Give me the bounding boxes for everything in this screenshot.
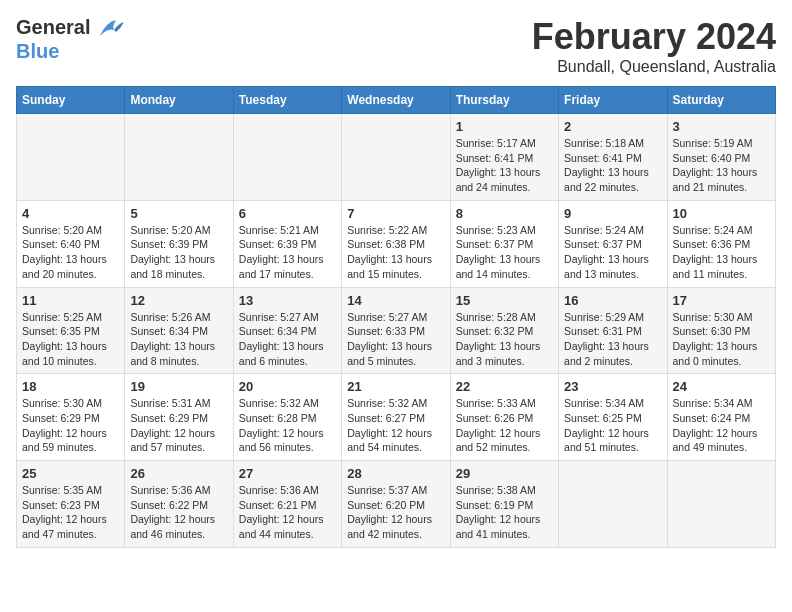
logo-bird-icon — [96, 18, 124, 40]
day-info: Sunrise: 5:29 AMSunset: 6:31 PMDaylight:… — [564, 310, 661, 369]
table-row: 28Sunrise: 5:37 AMSunset: 6:20 PMDayligh… — [342, 461, 450, 548]
day-info: Sunrise: 5:22 AMSunset: 6:38 PMDaylight:… — [347, 223, 444, 282]
day-info: Sunrise: 5:34 AMSunset: 6:25 PMDaylight:… — [564, 396, 661, 455]
logo-text: General — [16, 16, 124, 40]
table-row: 24Sunrise: 5:34 AMSunset: 6:24 PMDayligh… — [667, 374, 775, 461]
logo: General Blue — [16, 16, 124, 62]
calendar-week-row: 18Sunrise: 5:30 AMSunset: 6:29 PMDayligh… — [17, 374, 776, 461]
day-number: 7 — [347, 206, 444, 221]
header-monday: Monday — [125, 87, 233, 114]
day-info: Sunrise: 5:28 AMSunset: 6:32 PMDaylight:… — [456, 310, 553, 369]
table-row: 14Sunrise: 5:27 AMSunset: 6:33 PMDayligh… — [342, 287, 450, 374]
table-row: 6Sunrise: 5:21 AMSunset: 6:39 PMDaylight… — [233, 200, 341, 287]
table-row — [233, 114, 341, 201]
day-info: Sunrise: 5:20 AMSunset: 6:39 PMDaylight:… — [130, 223, 227, 282]
day-number: 16 — [564, 293, 661, 308]
table-row — [559, 461, 667, 548]
day-info: Sunrise: 5:30 AMSunset: 6:30 PMDaylight:… — [673, 310, 770, 369]
day-info: Sunrise: 5:34 AMSunset: 6:24 PMDaylight:… — [673, 396, 770, 455]
day-info: Sunrise: 5:32 AMSunset: 6:27 PMDaylight:… — [347, 396, 444, 455]
day-info: Sunrise: 5:38 AMSunset: 6:19 PMDaylight:… — [456, 483, 553, 542]
day-number: 6 — [239, 206, 336, 221]
table-row: 5Sunrise: 5:20 AMSunset: 6:39 PMDaylight… — [125, 200, 233, 287]
table-row — [17, 114, 125, 201]
table-row: 11Sunrise: 5:25 AMSunset: 6:35 PMDayligh… — [17, 287, 125, 374]
day-info: Sunrise: 5:32 AMSunset: 6:28 PMDaylight:… — [239, 396, 336, 455]
day-number: 14 — [347, 293, 444, 308]
table-row: 1Sunrise: 5:17 AMSunset: 6:41 PMDaylight… — [450, 114, 558, 201]
day-number: 27 — [239, 466, 336, 481]
table-row: 10Sunrise: 5:24 AMSunset: 6:36 PMDayligh… — [667, 200, 775, 287]
day-info: Sunrise: 5:24 AMSunset: 6:37 PMDaylight:… — [564, 223, 661, 282]
day-number: 2 — [564, 119, 661, 134]
table-row: 20Sunrise: 5:32 AMSunset: 6:28 PMDayligh… — [233, 374, 341, 461]
day-number: 22 — [456, 379, 553, 394]
day-number: 18 — [22, 379, 119, 394]
day-number: 12 — [130, 293, 227, 308]
table-row: 7Sunrise: 5:22 AMSunset: 6:38 PMDaylight… — [342, 200, 450, 287]
day-number: 29 — [456, 466, 553, 481]
table-row — [342, 114, 450, 201]
title-area: February 2024 Bundall, Queensland, Austr… — [532, 16, 776, 76]
table-row — [667, 461, 775, 548]
header: General Blue February 2024 Bundall, Quee… — [16, 16, 776, 76]
calendar-week-row: 11Sunrise: 5:25 AMSunset: 6:35 PMDayligh… — [17, 287, 776, 374]
day-number: 9 — [564, 206, 661, 221]
day-info: Sunrise: 5:24 AMSunset: 6:36 PMDaylight:… — [673, 223, 770, 282]
day-number: 11 — [22, 293, 119, 308]
day-number: 10 — [673, 206, 770, 221]
day-info: Sunrise: 5:26 AMSunset: 6:34 PMDaylight:… — [130, 310, 227, 369]
table-row: 8Sunrise: 5:23 AMSunset: 6:37 PMDaylight… — [450, 200, 558, 287]
header-friday: Friday — [559, 87, 667, 114]
day-number: 3 — [673, 119, 770, 134]
day-number: 17 — [673, 293, 770, 308]
calendar-week-row: 25Sunrise: 5:35 AMSunset: 6:23 PMDayligh… — [17, 461, 776, 548]
table-row: 23Sunrise: 5:34 AMSunset: 6:25 PMDayligh… — [559, 374, 667, 461]
day-number: 4 — [22, 206, 119, 221]
calendar-table: Sunday Monday Tuesday Wednesday Thursday… — [16, 86, 776, 548]
day-number: 20 — [239, 379, 336, 394]
calendar-title: February 2024 — [532, 16, 776, 58]
header-thursday: Thursday — [450, 87, 558, 114]
day-info: Sunrise: 5:19 AMSunset: 6:40 PMDaylight:… — [673, 136, 770, 195]
table-row: 18Sunrise: 5:30 AMSunset: 6:29 PMDayligh… — [17, 374, 125, 461]
table-row: 17Sunrise: 5:30 AMSunset: 6:30 PMDayligh… — [667, 287, 775, 374]
day-info: Sunrise: 5:37 AMSunset: 6:20 PMDaylight:… — [347, 483, 444, 542]
table-row: 4Sunrise: 5:20 AMSunset: 6:40 PMDaylight… — [17, 200, 125, 287]
day-number: 8 — [456, 206, 553, 221]
table-row: 22Sunrise: 5:33 AMSunset: 6:26 PMDayligh… — [450, 374, 558, 461]
table-row: 16Sunrise: 5:29 AMSunset: 6:31 PMDayligh… — [559, 287, 667, 374]
table-row: 25Sunrise: 5:35 AMSunset: 6:23 PMDayligh… — [17, 461, 125, 548]
calendar-week-row: 1Sunrise: 5:17 AMSunset: 6:41 PMDaylight… — [17, 114, 776, 201]
day-info: Sunrise: 5:27 AMSunset: 6:33 PMDaylight:… — [347, 310, 444, 369]
day-info: Sunrise: 5:36 AMSunset: 6:22 PMDaylight:… — [130, 483, 227, 542]
calendar-header-row: Sunday Monday Tuesday Wednesday Thursday… — [17, 87, 776, 114]
day-info: Sunrise: 5:33 AMSunset: 6:26 PMDaylight:… — [456, 396, 553, 455]
day-info: Sunrise: 5:20 AMSunset: 6:40 PMDaylight:… — [22, 223, 119, 282]
header-sunday: Sunday — [17, 87, 125, 114]
day-number: 21 — [347, 379, 444, 394]
day-info: Sunrise: 5:23 AMSunset: 6:37 PMDaylight:… — [456, 223, 553, 282]
day-number: 28 — [347, 466, 444, 481]
table-row: 9Sunrise: 5:24 AMSunset: 6:37 PMDaylight… — [559, 200, 667, 287]
header-tuesday: Tuesday — [233, 87, 341, 114]
day-number: 23 — [564, 379, 661, 394]
day-number: 25 — [22, 466, 119, 481]
calendar-week-row: 4Sunrise: 5:20 AMSunset: 6:40 PMDaylight… — [17, 200, 776, 287]
logo-blue-text: Blue — [16, 40, 124, 62]
day-info: Sunrise: 5:18 AMSunset: 6:41 PMDaylight:… — [564, 136, 661, 195]
table-row: 12Sunrise: 5:26 AMSunset: 6:34 PMDayligh… — [125, 287, 233, 374]
day-info: Sunrise: 5:36 AMSunset: 6:21 PMDaylight:… — [239, 483, 336, 542]
header-saturday: Saturday — [667, 87, 775, 114]
calendar-subtitle: Bundall, Queensland, Australia — [532, 58, 776, 76]
day-number: 13 — [239, 293, 336, 308]
day-number: 1 — [456, 119, 553, 134]
day-info: Sunrise: 5:21 AMSunset: 6:39 PMDaylight:… — [239, 223, 336, 282]
day-number: 26 — [130, 466, 227, 481]
table-row: 26Sunrise: 5:36 AMSunset: 6:22 PMDayligh… — [125, 461, 233, 548]
table-row: 2Sunrise: 5:18 AMSunset: 6:41 PMDaylight… — [559, 114, 667, 201]
table-row: 21Sunrise: 5:32 AMSunset: 6:27 PMDayligh… — [342, 374, 450, 461]
day-number: 15 — [456, 293, 553, 308]
table-row: 27Sunrise: 5:36 AMSunset: 6:21 PMDayligh… — [233, 461, 341, 548]
day-number: 5 — [130, 206, 227, 221]
